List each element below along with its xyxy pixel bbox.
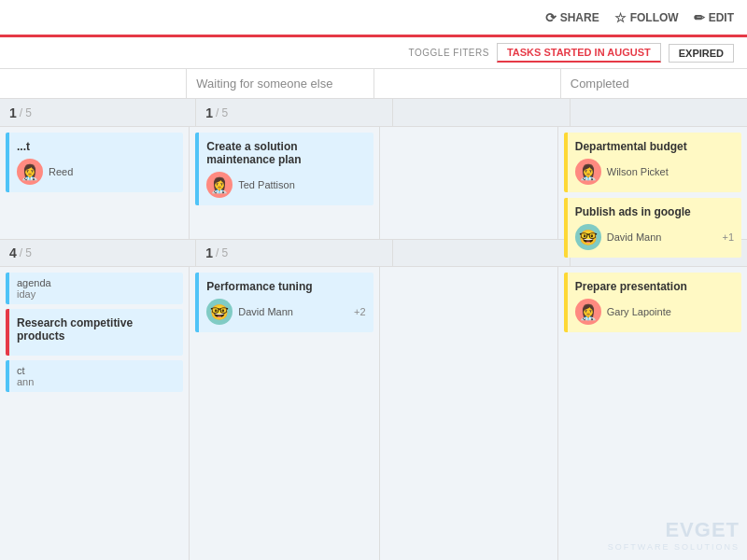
card-partial-ct[interactable]: ct ann [6,360,183,392]
pencil-icon: ✏ [694,10,705,25]
row1-count-col1: 1 / 5 [0,99,196,126]
col4-header: Completed [561,69,747,98]
user-name: Reed [49,166,73,177]
row1-col4: Departmental budget 👩‍⚕️ Wilson Picket P… [558,127,747,239]
card-agenda[interactable]: agenda iday [6,273,183,304]
watermark: EVGET SOFTWARE SOLUTIONS [608,518,740,553]
card-publish-ads[interactable]: Publish ads in google 🤓 David Mann +1 [564,198,741,258]
row2-col2: Performance tuning 🤓 David Mann +2 [190,267,379,560]
card-title: Prepare presentation [575,280,734,293]
user-name: Ted Pattison [238,179,295,190]
row2-col3 [380,267,558,560]
card-performance-tuning[interactable]: Performance tuning 🤓 David Mann +2 [195,273,373,332]
card-user: 🤓 David Mann +2 [206,299,365,325]
row1-count-col3 [393,99,571,126]
card-title: Performance tuning [206,280,365,293]
avatar: 👩‍⚕️ [575,159,601,185]
card-user: 👩‍⚕️ Ted Pattison [206,172,365,198]
card-partial-t[interactable]: ...t 👩‍⚕️ Reed [6,133,183,192]
card-user: 👩‍⚕️ Gary Lapointe [575,299,734,325]
card-subtext: iday [17,288,176,300]
star-icon: ☆ [614,10,627,25]
row2-col4: Prepare presentation 👩‍⚕️ Gary Lapointe … [558,267,747,560]
card-subtext: ann [17,376,176,387]
row2-count-col1: 4 / 5 [0,240,196,266]
col3-header [374,69,561,98]
card-prepare-presentation[interactable]: Prepare presentation 👩‍⚕️ Gary Lapointe [564,273,741,332]
board: Waiting for someone else Completed 1 / 5… [0,69,747,560]
row2-col1: agenda iday Research competitive product… [0,267,190,560]
card-text: ct [17,365,176,376]
share-label: SHARE [560,11,599,24]
toggle-filters-label: TOGGLE FITERS [409,48,489,58]
card-title: Departmental budget [575,140,734,153]
row1-count-col2: 1 / 5 [196,99,392,126]
user-name: Wilson Picket [607,166,669,177]
tasks-started-august-btn[interactable]: TASKS STARTED IN AUGUST [497,43,661,63]
filter-bar: TOGGLE FITERS TASKS STARTED IN AUGUST EX… [0,37,747,69]
card-departmental-budget[interactable]: Departmental budget 👩‍⚕️ Wilson Picket [564,133,741,192]
card-title: ...t [17,140,176,153]
follow-action[interactable]: ☆ FOLLOW [614,10,679,25]
row1-count-col4 [571,99,747,126]
share-action[interactable]: ⟳ SHARE [545,10,599,25]
row2-count-col3 [393,240,571,266]
avatar: 🤓 [575,224,601,250]
card-user: 👩‍⚕️ Reed [17,159,176,185]
col2-header: Waiting for someone else [187,69,374,98]
col1-header [0,69,187,98]
plus-badge: +1 [722,231,734,243]
user-name: David Mann [238,306,293,317]
card-title: Create a solution maintenance plan [206,140,365,166]
follow-label: FOLLOW [630,11,679,24]
row1-col1: ...t 👩‍⚕️ Reed [0,127,190,239]
expired-btn[interactable]: EXPIRED [669,44,734,63]
row1-col2: Create a solution maintenance plan 👩‍⚕️ … [190,127,379,239]
avatar: 👩‍⚕️ [575,299,601,325]
user-name: David Mann [607,231,662,243]
card-research-competitive[interactable]: Research competitive products [6,309,183,356]
share-icon: ⟳ [545,10,557,25]
avatar: 👩‍⚕️ [17,159,43,185]
card-user: 👩‍⚕️ Wilson Picket [575,159,734,185]
card-create-solution[interactable]: Create a solution maintenance plan 👩‍⚕️ … [195,133,373,205]
card-user: 🤓 David Mann +1 [575,224,734,250]
top-bar: ⟳ SHARE ☆ FOLLOW ✏ EDIT [0,0,747,37]
card-title: Research competitive products [17,316,176,343]
avatar: 👩‍⚕️ [206,172,233,198]
plus-badge: +2 [354,306,366,317]
row1-col3 [380,127,558,239]
card-text: agenda [17,277,176,288]
avatar: 🤓 [206,299,233,325]
edit-action[interactable]: ✏ EDIT [694,10,734,25]
edit-label: EDIT [709,11,734,24]
row2-count-col2: 1 / 5 [196,240,392,266]
card-title: Publish ads in google [575,205,734,218]
user-name: Gary Lapointe [607,306,671,317]
